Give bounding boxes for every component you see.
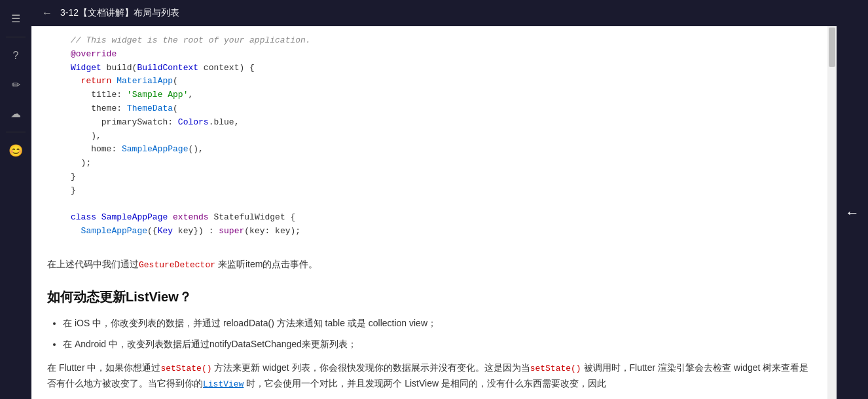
edit-icon[interactable]: ✏: [3, 71, 29, 98]
text-area: 在上述代码中我们通过GestureDetector 来监听item的点击事件。 …: [31, 246, 827, 399]
list-item-android: 在 Android 中，改变列表数据后通过notifyDataSetChange…: [63, 337, 812, 352]
flutter-paragraph: 在 Flutter 中，如果你想通过setState() 方法来更新 widge…: [47, 360, 812, 392]
code-block: // This widget is the root of your appli…: [31, 26, 827, 246]
bullet-list: 在 iOS 中，你改变列表的数据，并通过 reloadData() 方法来通知 …: [63, 316, 812, 352]
listview-link[interactable]: ListView: [203, 379, 244, 389]
scrollbar-thumb[interactable]: [829, 28, 835, 67]
question-icon[interactable]: ?: [3, 43, 29, 69]
doc-area[interactable]: // This widget is the root of your appli…: [31, 26, 827, 399]
cloud-icon[interactable]: ☁: [3, 100, 29, 126]
section-heading: 如何动态更新ListView？: [47, 286, 812, 308]
page-title: 3-12【文档讲解】布局与列表: [60, 7, 179, 19]
sidebar-divider-1: [6, 37, 26, 37]
scrollbar[interactable]: [827, 26, 837, 399]
header: ← 3-12【文档讲解】布局与列表: [31, 0, 868, 26]
intro-paragraph: 在上述代码中我们通过GestureDetector 来监听item的点击事件。: [47, 257, 812, 273]
gesture-detector-code: GestureDetector: [139, 260, 215, 270]
right-nav: ←: [837, 26, 868, 399]
set-state-code-2: setState(): [530, 364, 581, 373]
sidebar-divider-2: [6, 132, 26, 132]
set-state-code-1: setState(): [160, 364, 211, 373]
sidebar: ☰ ? ✏ ☁ 😊: [0, 0, 31, 399]
next-button[interactable]: ←: [845, 204, 859, 221]
back-button[interactable]: ←: [42, 7, 52, 19]
list-item-ios: 在 iOS 中，你改变列表的数据，并通过 reloadData() 方法来通知 …: [63, 316, 812, 332]
content-wrapper: // This widget is the root of your appli…: [31, 26, 868, 399]
main-area: ← 3-12【文档讲解】布局与列表 // This widget is the …: [31, 0, 868, 399]
menu-icon[interactable]: ☰: [3, 5, 29, 31]
emoji-icon[interactable]: 😊: [3, 138, 29, 164]
